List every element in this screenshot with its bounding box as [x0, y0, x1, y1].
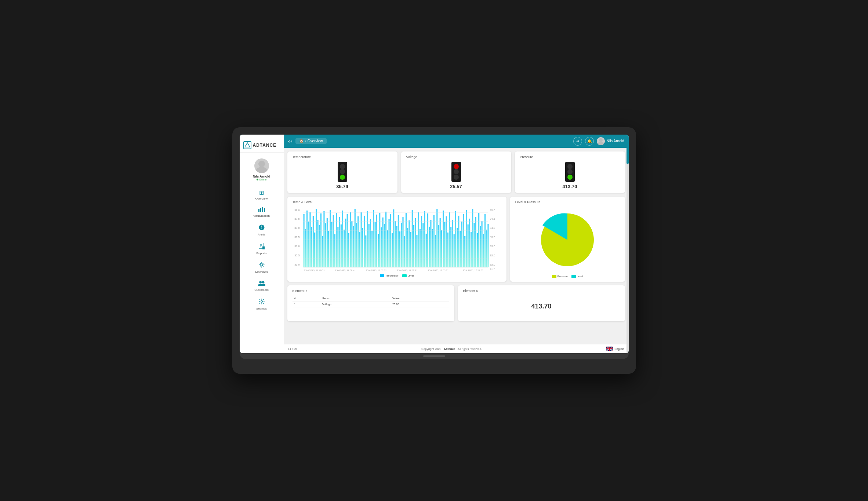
svg-rect-139 — [452, 220, 453, 267]
svg-rect-106 — [401, 223, 402, 267]
svg-rect-156 — [478, 213, 479, 267]
user-section: Nils Arnold Online — [240, 156, 284, 184]
svg-rect-58 — [326, 218, 327, 267]
svg-rect-118 — [419, 229, 420, 267]
sidebar-item-machines[interactable]: Machines — [240, 259, 284, 277]
language-selector[interactable]: English — [606, 347, 624, 351]
pressure-light — [565, 162, 575, 182]
svg-rect-87 — [371, 231, 373, 267]
sidebar-item-visualization[interactable]: Visualization — [240, 204, 284, 220]
nav-items: ⊞ Overview Visualization — [240, 186, 284, 350]
svg-rect-121 — [424, 211, 425, 267]
svg-rect-97 — [387, 230, 388, 267]
voltage-card: Voltage 25.57 — [401, 151, 511, 193]
svg-text:93.5: 93.5 — [490, 235, 495, 239]
svg-rect-105 — [399, 231, 400, 267]
svg-rect-161 — [486, 230, 487, 267]
temperature-card: Temperature 35.79 — [287, 151, 397, 193]
legend-temp: Temperatur — [380, 274, 398, 277]
top-bar-right: ⇔ 🔔 Nils Arnold — [573, 137, 624, 146]
legend-pressure-label: Pressure — [558, 275, 568, 278]
sidebar-item-reports[interactable]: Reports — [240, 240, 284, 258]
svg-rect-48 — [311, 227, 312, 267]
svg-text:93.0: 93.0 — [490, 245, 495, 248]
notification-button[interactable]: 🔔 — [585, 137, 594, 146]
pressure-card: Pressure 413.70 — [515, 151, 625, 193]
temp-level-title: Temp & Level — [293, 200, 501, 204]
light-green-on2 — [567, 175, 573, 180]
legend-temp-color — [380, 274, 384, 277]
svg-rect-96 — [385, 212, 386, 267]
svg-rect-52 — [317, 220, 318, 267]
svg-rect-141 — [455, 211, 456, 267]
svg-point-1 — [258, 161, 265, 167]
svg-rect-142 — [457, 228, 458, 267]
light-green-on — [340, 175, 345, 180]
svg-rect-73 — [350, 212, 351, 267]
svg-rect-162 — [487, 224, 489, 267]
main-content: Temperature 35.79 — [284, 148, 629, 353]
scrollbar[interactable] — [627, 135, 629, 353]
svg-rect-75 — [353, 226, 354, 267]
svg-rect-134 — [444, 222, 445, 267]
element7-title: Element 7 — [293, 289, 449, 293]
user-status: Online — [257, 178, 266, 181]
svg-rect-63 — [334, 234, 335, 267]
bottom-cards-row: Element 7 # Sensor Value — [287, 285, 625, 321]
user-badge: Nils Arnold — [597, 137, 624, 145]
svg-rect-138 — [450, 227, 451, 267]
svg-rect-6 — [264, 208, 265, 212]
footer-copyright: Copyright 2023 · Adtance · All rights re… — [421, 347, 482, 351]
svg-rect-51 — [316, 209, 317, 267]
machines-icon — [258, 262, 265, 270]
svg-rect-61 — [331, 222, 332, 267]
svg-rect-158 — [481, 221, 482, 267]
sidebar: ADTANCE Nils Arnold Online — [240, 135, 284, 353]
element6-title: Element 6 — [463, 289, 620, 293]
element7-table: # Sensor Value 1 Voltage — [293, 296, 449, 307]
breadcrumb-home[interactable]: 🏠 — [299, 139, 304, 143]
sidebar-item-overview[interactable]: ⊞ Overview — [240, 186, 284, 203]
svg-rect-102 — [395, 221, 396, 267]
customers-icon — [258, 280, 265, 288]
col-num: # — [293, 296, 320, 301]
svg-text:!: ! — [261, 225, 262, 229]
svg-rect-81 — [362, 228, 363, 267]
svg-rect-67 — [340, 224, 341, 267]
svg-rect-130 — [438, 225, 439, 267]
svg-text:25.4.2023, 17:50:41: 25.4.2023, 17:50:41 — [335, 269, 356, 271]
sidebar-item-alerts[interactable]: ! Alerts — [240, 221, 284, 239]
row-num: 1 — [293, 301, 320, 307]
legend-level-color — [402, 274, 407, 277]
expand-icon[interactable]: ⇔ — [288, 138, 293, 144]
settings-icon — [258, 298, 265, 306]
pressure-metric: 413.70 — [520, 162, 620, 189]
svg-rect-150 — [469, 219, 470, 267]
svg-text:35.5: 35.5 — [294, 254, 299, 257]
voltage-title: Voltage — [406, 155, 506, 159]
sidebar-item-settings[interactable]: Settings — [240, 295, 284, 313]
svg-rect-93 — [381, 227, 382, 267]
col-value: Value — [391, 296, 449, 301]
svg-point-21 — [597, 142, 604, 145]
svg-rect-50 — [314, 233, 315, 267]
svg-rect-126 — [432, 229, 433, 267]
col-sensor: Sensor — [320, 296, 391, 301]
sidebar-item-customers[interactable]: Customers — [240, 277, 284, 295]
svg-rect-65 — [337, 227, 338, 267]
reports-icon — [259, 243, 265, 251]
svg-text:38.0: 38.0 — [294, 209, 299, 212]
pressure-title: Pressure — [520, 155, 620, 159]
svg-rect-115 — [415, 218, 416, 267]
row-value: 23.00 — [391, 301, 449, 307]
scroll-thumb[interactable] — [627, 135, 629, 164]
fullscreen-button[interactable]: ⇔ — [573, 137, 582, 146]
svg-rect-107 — [402, 217, 403, 267]
light-yellow-off — [340, 169, 345, 174]
svg-rect-104 — [397, 215, 399, 267]
svg-rect-124 — [429, 227, 430, 267]
breadcrumb-separator: › — [305, 139, 306, 143]
svg-rect-5 — [262, 207, 263, 212]
svg-rect-157 — [480, 226, 481, 267]
light-yellow-off2 — [454, 169, 459, 174]
